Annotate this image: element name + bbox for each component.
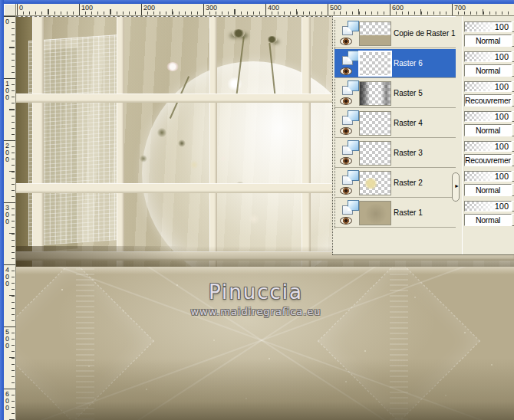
- raster-layer-icon: [342, 80, 361, 97]
- blend-mode-dropdown[interactable]: Normal: [464, 124, 512, 136]
- watermark-url: www.maidiregrafica.eu: [16, 306, 496, 317]
- ruler-major-tick: [79, 4, 80, 15]
- raster-layer-icon: [342, 51, 361, 67]
- layer-name: Raster 6: [394, 59, 423, 67]
- watermark-title: Pinuccia: [16, 281, 496, 304]
- layer-controls-raster-6: 100 Normal: [463, 50, 514, 80]
- layer-thumbnail: [359, 21, 391, 46]
- ruler-label: 700: [454, 4, 466, 11]
- layers-palette: Copie de Raster 1 Raster 6 Raster 5 Rast…: [332, 16, 514, 254]
- ruler-label: 100: [81, 4, 93, 11]
- floor-top-fade: [16, 267, 514, 274]
- opacity-value: 100: [495, 82, 509, 91]
- ruler-label: 100: [5, 80, 9, 101]
- watermark: Pinuccia www.maidiregrafica.eu: [16, 281, 514, 317]
- blend-mode-dropdown[interactable]: Normal: [464, 184, 512, 196]
- grid-bar: [301, 16, 311, 267]
- opacity-slider[interactable]: 100: [464, 141, 512, 152]
- layer-thumbnail: [359, 201, 391, 225]
- white-flower: [166, 62, 179, 71]
- palette-splitter[interactable]: [456, 16, 462, 254]
- grid-bar: [209, 16, 217, 267]
- grid-bar: [32, 16, 44, 267]
- ruler-major-tick: [4, 389, 15, 389]
- layer-name: Raster 2: [394, 179, 423, 187]
- ruler-label: 600: [392, 4, 404, 11]
- ruler-label: 300: [5, 205, 9, 225]
- opacity-blend-panel: 100 Normal 100 Normal 100 Recouvrement 1…: [462, 16, 514, 254]
- layer-controls-copie-de-raster-1: 100 Normal: [463, 20, 514, 50]
- layer-thumbnail: [359, 171, 391, 195]
- ruler-label: 500: [5, 329, 9, 349]
- ruler-major-tick: [4, 16, 15, 17]
- visibility-eye-icon[interactable]: [340, 38, 352, 45]
- layer-thumbnail: [359, 51, 391, 76]
- raster-layer-icon: [342, 170, 361, 187]
- blend-mode-dropdown[interactable]: Normal: [464, 214, 512, 226]
- blend-mode-dropdown[interactable]: Recouvrement: [464, 94, 512, 107]
- splitter-grip[interactable]: ►: [452, 172, 460, 202]
- visibility-eye-icon[interactable]: [340, 157, 352, 165]
- blend-mode-dropdown[interactable]: Normal: [464, 64, 512, 77]
- opacity-value: 100: [495, 22, 509, 31]
- layer-thumbnail: [359, 81, 391, 106]
- visibility-eye-icon[interactable]: [340, 127, 352, 135]
- ruler-label: 400: [5, 267, 9, 287]
- blend-mode-dropdown[interactable]: Recouvrement: [464, 154, 512, 166]
- ruler-major-tick: [4, 264, 15, 265]
- ruler-major-tick: [203, 4, 204, 15]
- layer-name: Raster 3: [394, 149, 423, 157]
- layer-controls-raster-2: 100 Normal: [463, 169, 514, 199]
- opacity-slider[interactable]: 100: [464, 201, 512, 212]
- layer-controls-raster-4: 100 Normal: [463, 110, 514, 139]
- opacity-slider[interactable]: 100: [464, 111, 512, 122]
- ruler-major-tick: [265, 4, 266, 15]
- layer-name: Raster 4: [394, 119, 423, 127]
- layer-thumbnail: [359, 141, 391, 166]
- ruler-major-tick: [17, 4, 18, 15]
- ruler-major-tick: [390, 4, 390, 15]
- vertical-ruler[interactable]: 0100200300400500600: [4, 16, 16, 420]
- layer-row-raster-5[interactable]: Raster 5: [334, 79, 456, 108]
- ruler-major-tick: [4, 78, 15, 79]
- layer-row-raster-1[interactable]: Raster 1: [334, 199, 456, 228]
- horizontal-ruler[interactable]: 0100200300400500600700: [16, 4, 514, 16]
- opacity-value: 100: [495, 142, 509, 151]
- visibility-eye-icon[interactable]: [340, 97, 352, 105]
- ruler-label: 200: [5, 143, 9, 163]
- raster-layer-icon: [342, 200, 361, 217]
- layer-row-copie-de-raster-1[interactable]: Copie de Raster 1: [334, 19, 456, 48]
- layer-row-raster-6[interactable]: Raster 6: [334, 49, 456, 78]
- layer-controls-raster-1: 100 Normal: [463, 199, 514, 229]
- visibility-eye-icon[interactable]: [340, 217, 352, 225]
- opacity-value: 100: [495, 202, 509, 211]
- ruler-major-tick: [328, 4, 328, 15]
- opacity-value: 100: [495, 172, 509, 181]
- ruler-corner-box: [4, 4, 16, 16]
- raster-layer-icon: [342, 21, 361, 38]
- opacity-slider[interactable]: 100: [464, 81, 512, 92]
- opacity-value: 100: [495, 112, 509, 121]
- raster-layer-icon: [342, 140, 361, 157]
- layer-name: Raster 1: [394, 208, 423, 217]
- opacity-slider[interactable]: 100: [464, 171, 512, 182]
- opacity-slider[interactable]: 100: [464, 21, 512, 32]
- opacity-slider[interactable]: 100: [464, 51, 512, 62]
- seed-head-flower: [267, 36, 277, 43]
- ruler-label: 400: [268, 4, 279, 11]
- opacity-value: 100: [495, 52, 509, 61]
- visibility-eye-icon[interactable]: [340, 67, 352, 75]
- layer-name: Raster 5: [394, 89, 423, 97]
- layer-row-raster-4[interactable]: Raster 4: [334, 109, 456, 138]
- splitter-arrow-icon: ►: [454, 183, 460, 189]
- mirror-seam-shadow: [16, 246, 185, 267]
- ruler-major-tick: [4, 326, 15, 327]
- layer-row-raster-2[interactable]: Raster 2: [334, 169, 456, 198]
- raster-layer-icon: [342, 110, 361, 127]
- blend-mode-dropdown[interactable]: Normal: [464, 34, 512, 47]
- seed-head-flower: [232, 29, 245, 38]
- layer-controls-raster-5: 100 Recouvrement: [463, 80, 514, 110]
- app-window: 0100200300400500600700 01002003004005006…: [0, 0, 514, 420]
- layer-row-raster-3[interactable]: Raster 3: [334, 139, 456, 168]
- visibility-eye-icon[interactable]: [340, 187, 352, 195]
